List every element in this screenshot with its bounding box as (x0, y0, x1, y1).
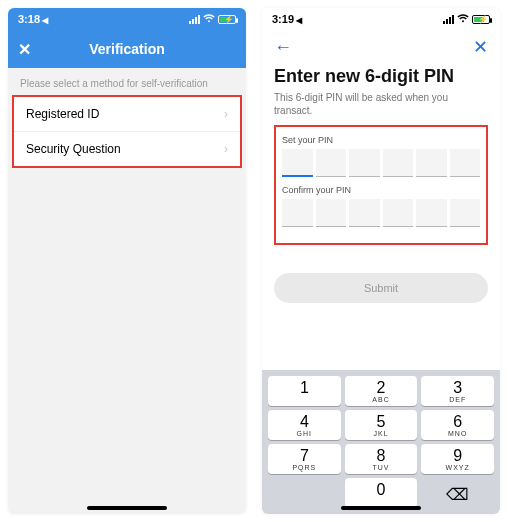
pin-digit-input[interactable] (316, 199, 347, 227)
key-9[interactable]: 9WXYZ (421, 444, 494, 474)
key-7[interactable]: 7PQRS (268, 444, 341, 474)
home-indicator[interactable] (341, 506, 421, 510)
pin-digit-input[interactable] (349, 199, 380, 227)
battery-icon: ⚡ (218, 15, 236, 24)
status-bar: 3:18◀ ⚡ (8, 8, 246, 30)
pin-digit-input[interactable] (450, 149, 481, 177)
pin-digit-input[interactable] (383, 149, 414, 177)
pin-digit-input[interactable] (450, 199, 481, 227)
key-0[interactable]: 0 (345, 478, 418, 508)
pin-digit-input[interactable] (282, 199, 313, 227)
submit-button[interactable]: Submit (274, 273, 488, 303)
key-1[interactable]: 1 (268, 376, 341, 406)
chevron-right-icon: › (224, 142, 228, 156)
key-6[interactable]: 6MNO (421, 410, 494, 440)
confirm-pin-label: Confirm your PIN (282, 185, 480, 195)
key-delete[interactable]: ⌫ (421, 478, 494, 508)
verification-options-highlight: Registered ID › Security Question › (12, 95, 242, 168)
verification-screen: 3:18◀ ⚡ ✕ Verification Please select a m… (8, 8, 246, 514)
backspace-icon: ⌫ (446, 485, 469, 504)
wifi-icon (203, 14, 215, 25)
close-icon[interactable]: ✕ (473, 36, 488, 58)
wifi-icon (457, 14, 469, 25)
key-4[interactable]: 4GHI (268, 410, 341, 440)
key-8[interactable]: 8TUV (345, 444, 418, 474)
key-3[interactable]: 3DEF (421, 376, 494, 406)
set-pin-screen: 3:19◀ ⚡ ← ✕ Enter new 6-digit PIN This 6… (262, 8, 500, 514)
close-icon[interactable]: ✕ (18, 40, 31, 59)
pin-digit-input[interactable] (349, 149, 380, 177)
header-title: Verification (89, 41, 164, 57)
battery-icon: ⚡ (472, 15, 490, 24)
key-5[interactable]: 5JKL (345, 410, 418, 440)
option-label: Security Question (26, 142, 121, 156)
instruction-text: Please select a method for self-verifica… (8, 68, 246, 95)
back-icon[interactable]: ← (274, 37, 292, 58)
key-2[interactable]: 2ABC (345, 376, 418, 406)
pin-digit-input[interactable] (416, 199, 447, 227)
status-bar: 3:19◀ ⚡ (262, 8, 500, 30)
pin-input-highlight: Set your PIN Confirm your PIN (274, 125, 488, 245)
option-security-question[interactable]: Security Question › (14, 132, 240, 166)
cellular-icon (443, 15, 454, 24)
home-indicator[interactable] (87, 506, 167, 510)
set-pin-row (282, 149, 480, 177)
option-registered-id[interactable]: Registered ID › (14, 97, 240, 132)
pin-digit-input[interactable] (383, 199, 414, 227)
confirm-pin-row (282, 199, 480, 227)
pin-digit-input[interactable] (416, 149, 447, 177)
numeric-keypad: 1 2ABC 3DEF 4GHI 5JKL 6MNO 7PQRS 8TUV 9W… (262, 370, 500, 514)
page-title: Enter new 6-digit PIN (274, 66, 488, 87)
chevron-right-icon: › (224, 107, 228, 121)
page-subtitle: This 6-digit PIN will be asked when you … (274, 91, 488, 117)
nav-bar: ← ✕ (262, 30, 500, 66)
pin-digit-input[interactable] (316, 149, 347, 177)
status-time: 3:19◀ (272, 13, 302, 25)
cellular-icon (189, 15, 200, 24)
status-time: 3:18◀ (18, 13, 48, 25)
option-label: Registered ID (26, 107, 99, 121)
key-blank (268, 478, 341, 508)
header: ✕ Verification (8, 30, 246, 68)
set-pin-label: Set your PIN (282, 135, 480, 145)
pin-digit-input[interactable] (282, 149, 313, 177)
